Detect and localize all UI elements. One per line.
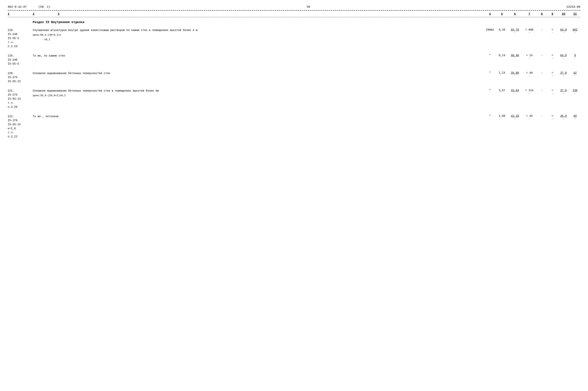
page-number: 50 xyxy=(307,5,310,9)
row-220-qty: I,I3 xyxy=(497,71,507,75)
row-219-number: 2I9. I5-246 I5-55-5 xyxy=(8,54,33,66)
row-222-description: То же , потолков xyxy=(33,114,483,118)
row-222-unit: " xyxy=(483,114,497,117)
row-221-col9: = - xyxy=(548,89,557,95)
row-221-qty: 3,67 xyxy=(497,89,507,92)
row-219-col11: 9 - xyxy=(570,54,580,60)
ref-number: 22243-08 xyxy=(567,5,580,9)
col-header-11: II xyxy=(570,12,580,16)
row-220-col9: = - xyxy=(548,71,557,77)
row-221-col11: I36 - xyxy=(570,89,580,95)
row-220-description: Сплошное выравнивание бетонных поверхнос… xyxy=(33,71,483,75)
row-218-qty: 9,39 xyxy=(497,28,507,31)
row-219-price: 98,40 - xyxy=(507,54,523,60)
row-218-col7: = 880 - xyxy=(523,28,536,34)
header-row: 902-9-42.87 (УШ· I) 50 22243-08 xyxy=(8,4,580,9)
row-218-col10: 64,0 - xyxy=(557,28,570,34)
header-divider xyxy=(8,10,580,10)
table-row: 22I. I5-275 I5-55-I3 т.ч. п.3.IO Сплошно… xyxy=(8,87,580,111)
row-219-unit: " xyxy=(483,54,497,57)
row-218-col9: = - xyxy=(548,28,557,34)
row-218-price: 93,78 - xyxy=(507,28,523,34)
col-header-8: 8 xyxy=(536,12,548,16)
col-header-7: 7 xyxy=(523,12,536,16)
col-header-10: IO xyxy=(557,12,570,16)
row-218-col8: - xyxy=(536,28,548,31)
col-header-2: 2 xyxy=(33,12,58,16)
table-row: 2I9. I5-246 I5-55-5 То же, по камню стен… xyxy=(8,52,580,68)
row-222-col8: - xyxy=(536,114,548,117)
column-headers: I 2 3 4 5 6 7 8 9 IO II xyxy=(8,11,580,17)
row-222-col11: 49 - xyxy=(570,114,580,120)
row-218-unit: I00м2 xyxy=(483,28,497,31)
row-219-col7: = I4 - xyxy=(523,54,536,60)
row-222-price: 42,IO - xyxy=(507,114,523,120)
row-220-col10: 37,0 - xyxy=(557,71,570,77)
row-221-col10: 37,0 - xyxy=(557,89,570,95)
row-221-col7: = I24 - xyxy=(523,89,536,95)
row-218-col11: 60I - xyxy=(570,28,580,34)
row-222-col7: = 45 - xyxy=(523,114,536,120)
row-220-col11: 42 - xyxy=(570,71,580,77)
section-title: Раздел I5 Внутренняя отделка xyxy=(8,17,580,26)
table-row: 218. I5-246 I5-55-5 т.ч. п.3.IO Улучшенн… xyxy=(8,26,580,50)
col-header-3: 3 xyxy=(58,12,483,16)
row-221-number: 22I. I5-275 I5-55-I3 т.ч. п.3.IO xyxy=(8,89,33,109)
row-220-col7: = 40 - xyxy=(523,71,536,77)
col-header-9: 9 xyxy=(548,12,557,16)
row-221-col8: - xyxy=(536,89,548,92)
row-221-description: Сплошное выравнивание бетонных поверхнос… xyxy=(33,89,483,98)
col-header-1: I xyxy=(8,12,33,16)
doc-number: 902-9-42.87 xyxy=(8,5,27,9)
row-219-col9: = - xyxy=(548,54,557,60)
row-218-number: 218. I5-246 I5-55-5 т.ч. п.3.IO xyxy=(8,28,33,48)
standard-code: (УШ· I) xyxy=(38,5,50,9)
col-header-5: 5 xyxy=(497,12,507,16)
row-219-col10: 64,0 - xyxy=(557,54,570,60)
row-220-number: 220. I5-275 I5-55-I3 xyxy=(8,71,33,84)
row-221-unit: " xyxy=(483,89,497,92)
col-header-6: 6 xyxy=(507,12,523,16)
row-219-description: То же, по камню стен xyxy=(33,54,483,58)
table-row: 220. I5-275 I5-55-I3 Сплошное выравниван… xyxy=(8,70,580,86)
row-222-col10: 45,0 - xyxy=(557,114,570,120)
table-row: 222. I5-276 I5-55-I4 к=I,6 т.ч. п.2,I2 Т… xyxy=(8,112,580,141)
row-219-col8: - xyxy=(536,54,548,57)
row-222-qty: I,08 xyxy=(497,114,507,117)
row-220-unit: " xyxy=(483,71,497,75)
row-221-price: 33,64 - xyxy=(507,89,523,95)
row-222-number: 222. I5-276 I5-55-I4 к=I,6 т.ч. п.2,I2 xyxy=(8,114,33,139)
row-218-description: Улучшенная штукатурка внутри зданий изве… xyxy=(33,28,483,41)
row-222-col9: = - xyxy=(548,114,557,120)
row-220-col8: - xyxy=(536,71,548,75)
row-219-qty: 0,I4 xyxy=(497,54,507,57)
col-header-4: 4 xyxy=(483,12,497,16)
row-220-price: 35,80 - xyxy=(507,71,523,77)
